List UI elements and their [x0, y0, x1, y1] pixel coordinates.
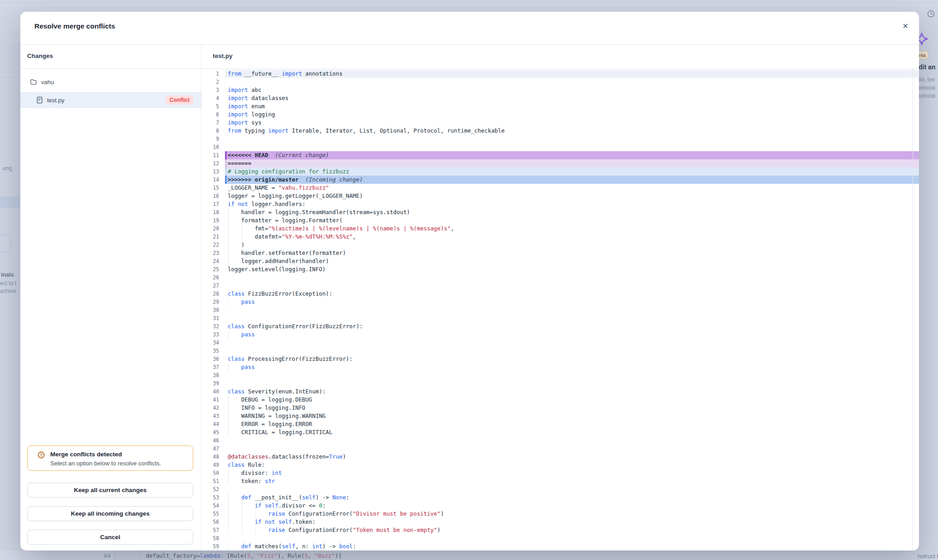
code-line-8: 8from typing import Iterable, Iterator, … — [201, 127, 919, 135]
code-line-51: 51 token: str — [201, 477, 919, 485]
code-line-11: 11<<<<<<< HEAD (Current change) — [201, 151, 919, 159]
keep-current-changes-button[interactable]: Keep all current changes — [27, 483, 193, 498]
code-line-50: 50 divisor: int — [201, 469, 919, 477]
background-text-fragment: ong — [3, 165, 12, 172]
background-text-fragment: tebook — [919, 93, 936, 99]
code-line-41: 41 DEBUG = logging.DEBUG — [201, 396, 919, 404]
code-line-21: 21 datefmt="%Y-%m-%dT%H:%M:%S%z", — [201, 233, 919, 241]
code-line-4: 4import dataclasses — [201, 94, 919, 102]
code-line-43: 43 WARNING = logging.WARNING — [201, 412, 919, 420]
background-text-fragment: nstruct th — [918, 553, 938, 560]
code-line-40: 40class Severity(enum.IntEnum): — [201, 388, 919, 396]
code-line-2: 2 — [201, 78, 919, 86]
code-line-46: 46 — [201, 436, 919, 445]
file-tab-title: test.py — [213, 53, 233, 59]
background-text-fragment: achine. — [0, 288, 18, 294]
background-code-line: default_factory=lambda: [Rule(3, "Fizz")… — [146, 552, 342, 559]
code-line-19: 19 formatter = logging.Formatter( — [201, 216, 919, 225]
code-line-53: 53 def __post_init__(self) -> None: — [201, 493, 919, 502]
dialog-title: Resolve merge conflicts — [34, 22, 115, 30]
divider — [20, 44, 919, 45]
code-line-42: 42 INFO = logging.INFO — [201, 404, 919, 412]
sidebar-item-file-testpy[interactable]: test.py Conflict — [20, 92, 201, 108]
code-editor[interactable]: 1from __future__ import annotations23imp… — [201, 69, 919, 550]
folder-icon — [30, 78, 37, 86]
background-panel — [0, 550, 113, 560]
code-line-1: 1from __future__ import annotations — [201, 70, 919, 78]
background-text-fragment: inals — [1, 272, 14, 278]
code-line-45: 45 CRITICAL = logging.CRITICAL — [201, 428, 919, 436]
code-line-48: 48@dataclasses.dataclass(frozen=True) — [201, 453, 919, 461]
code-line-31: 31 — [201, 314, 919, 322]
code-line-39: 39 — [201, 379, 919, 388]
code-line-27: 27 — [201, 282, 919, 290]
code-line-35: 35 — [201, 347, 919, 355]
changes-panel-header: Changes — [27, 53, 53, 59]
code-line-26: 26 — [201, 273, 919, 282]
background-text-fragment: ect to t — [0, 280, 16, 287]
cancel-button[interactable]: Cancel — [27, 530, 193, 545]
scrollbar-track-divider — [913, 69, 913, 550]
clock-icon — [927, 10, 935, 19]
background-divider — [0, 40, 20, 40]
code-line-59: 59 def matches(self, n: int) -> bool: — [201, 542, 919, 550]
code-line-38: 38 — [201, 371, 919, 379]
code-line-6: 6import logging — [201, 110, 919, 119]
background-button-fragment — [0, 235, 11, 253]
code-line-23: 23 handler.setFormatter(formatter) — [201, 249, 919, 257]
merge-conflict-warning: Merge conflicts detected Select an optio… — [27, 445, 193, 471]
background-text-fragment: tebook — [919, 85, 936, 91]
sidebar-item-folder-vahu[interactable]: vahu — [20, 75, 201, 89]
code-line-17: 17if not logger.handlers: — [201, 200, 919, 208]
background-line-number: 64 — [104, 553, 110, 559]
code-line-34: 34 — [201, 339, 919, 347]
code-line-24: 24 logger.addHandler(handler) — [201, 257, 919, 265]
screen: ong inals ect to t achine. eta dit an il… — [0, 0, 938, 560]
code-line-28: 28class FizzBuzzError(Exception): — [201, 290, 919, 298]
background-divider — [115, 550, 115, 560]
background-divider — [0, 5, 938, 5]
code-line-18: 18 handler = logging.StreamHandler(strea… — [201, 208, 919, 216]
background-heading-fragment: dit an — [919, 63, 935, 71]
folder-label: vahu — [41, 79, 54, 86]
file-label: test.py — [47, 97, 64, 104]
code-line-47: 47 — [201, 445, 919, 453]
code-line-30: 30 — [201, 306, 919, 314]
code-line-37: 37 pass — [201, 363, 919, 371]
warning-subtitle: Select an option below to resolve confli… — [50, 460, 161, 467]
code-line-36: 36class ProcessingError(FizzBuzzError): — [201, 355, 919, 363]
code-line-10: 10 — [201, 143, 919, 151]
code-line-33: 33 pass — [201, 330, 919, 339]
close-icon[interactable]: ✕ — [899, 19, 912, 33]
code-line-13: 13# Logging configuration for fizzbuzz — [201, 168, 919, 176]
code-line-57: 57 raise ConfigurationError("Token must … — [201, 526, 919, 534]
code-lines: 1from __future__ import annotations23imp… — [201, 70, 919, 550]
code-line-20: 20 fmt="%(asctime)s | %(levelname)s | %(… — [201, 225, 919, 233]
code-line-22: 22 ) — [201, 241, 919, 249]
background-text-fragment: ild, iter — [919, 77, 935, 83]
code-line-56: 56 if not self.token: — [201, 518, 919, 526]
background-selected-row — [0, 196, 20, 208]
code-line-3: 3import abc — [201, 86, 919, 94]
code-line-29: 29 pass — [201, 298, 919, 306]
file-icon — [36, 96, 43, 104]
alert-circle-icon — [38, 451, 45, 460]
code-line-49: 49class Rule: — [201, 461, 919, 469]
code-line-54: 54 if self.divisor <= 0: — [201, 502, 919, 510]
code-line-14: 14>>>>>>> origin/master (Incoming change… — [201, 176, 919, 184]
code-line-16: 16logger = logging.getLogger(_LOGGER_NAM… — [201, 192, 919, 200]
code-line-5: 5import enum — [201, 102, 919, 110]
background-divider — [0, 75, 20, 75]
code-line-58: 58 — [201, 534, 919, 542]
background-divider — [140, 550, 141, 560]
code-line-32: 32class ConfigurationError(FizzBuzzError… — [201, 322, 919, 330]
code-line-25: 25logger.setLevel(logging.INFO) — [201, 265, 919, 273]
code-line-44: 44 ERROR = logging.ERROR — [201, 420, 919, 428]
code-line-55: 55 raise ConfigurationError("Divisor mus… — [201, 510, 919, 518]
resolve-merge-conflicts-dialog: Resolve merge conflicts ✕ Changes test.p… — [20, 12, 919, 550]
warning-title: Merge conflicts detected — [50, 451, 122, 458]
code-line-7: 7import sys — [201, 119, 919, 127]
code-line-52: 52 — [201, 485, 919, 493]
code-line-12: 12======= — [201, 159, 919, 168]
keep-incoming-changes-button[interactable]: Keep all incoming changes — [27, 506, 193, 521]
